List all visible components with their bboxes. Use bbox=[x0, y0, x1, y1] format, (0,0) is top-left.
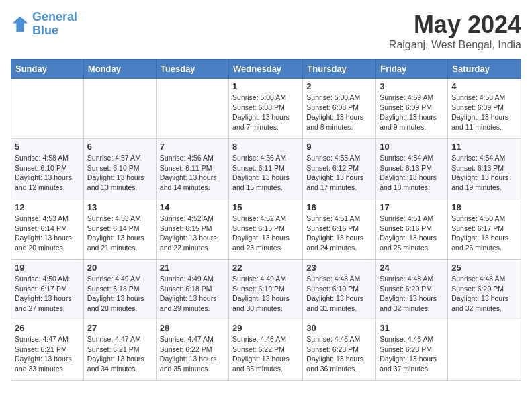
cell-content: Sunrise: 4:52 AM Sunset: 6:15 PM Dayligh… bbox=[160, 214, 225, 253]
day-number: 17 bbox=[380, 202, 444, 212]
calendar-cell: 10Sunrise: 4:54 AM Sunset: 6:13 PM Dayli… bbox=[376, 139, 448, 199]
cell-content: Sunrise: 4:49 AM Sunset: 6:18 PM Dayligh… bbox=[160, 274, 225, 314]
day-number: 16 bbox=[306, 202, 372, 212]
day-number: 9 bbox=[306, 142, 372, 152]
cell-content: Sunrise: 4:48 AM Sunset: 6:19 PM Dayligh… bbox=[306, 274, 372, 314]
calendar-cell: 31Sunrise: 4:46 AM Sunset: 6:23 PM Dayli… bbox=[376, 320, 448, 381]
cell-content: Sunrise: 5:00 AM Sunset: 6:08 PM Dayligh… bbox=[306, 93, 372, 132]
cell-content: Sunrise: 4:48 AM Sunset: 6:20 PM Dayligh… bbox=[451, 274, 517, 314]
day-number: 1 bbox=[232, 81, 299, 91]
cell-content: Sunrise: 4:47 AM Sunset: 6:21 PM Dayligh… bbox=[87, 334, 152, 374]
header-monday: Monday bbox=[83, 60, 156, 79]
day-number: 5 bbox=[15, 142, 80, 152]
day-number: 24 bbox=[380, 263, 444, 273]
calendar-cell: 7Sunrise: 4:56 AM Sunset: 6:11 PM Daylig… bbox=[156, 139, 228, 199]
cell-content: Sunrise: 5:00 AM Sunset: 6:08 PM Dayligh… bbox=[232, 93, 299, 132]
cell-content: Sunrise: 4:52 AM Sunset: 6:15 PM Dayligh… bbox=[232, 214, 299, 253]
day-number: 25 bbox=[451, 263, 517, 273]
cell-content: Sunrise: 4:59 AM Sunset: 6:09 PM Dayligh… bbox=[380, 93, 444, 132]
calendar-cell: 17Sunrise: 4:51 AM Sunset: 6:16 PM Dayli… bbox=[376, 199, 448, 260]
calendar-cell bbox=[156, 79, 228, 139]
cell-content: Sunrise: 4:50 AM Sunset: 6:17 PM Dayligh… bbox=[15, 274, 80, 314]
day-number: 13 bbox=[87, 202, 152, 212]
header-sunday: Sunday bbox=[11, 60, 84, 79]
calendar-cell: 15Sunrise: 4:52 AM Sunset: 6:15 PM Dayli… bbox=[229, 199, 303, 260]
calendar-cell: 21Sunrise: 4:49 AM Sunset: 6:18 PM Dayli… bbox=[156, 260, 228, 320]
calendar-cell bbox=[11, 79, 84, 139]
day-number: 27 bbox=[87, 323, 152, 333]
calendar-cell: 27Sunrise: 4:47 AM Sunset: 6:21 PM Dayli… bbox=[83, 320, 156, 381]
calendar-header-row: SundayMondayTuesdayWednesdayThursdayFrid… bbox=[11, 60, 521, 79]
header-thursday: Thursday bbox=[303, 60, 376, 79]
cell-content: Sunrise: 4:46 AM Sunset: 6:23 PM Dayligh… bbox=[380, 334, 444, 374]
day-number: 28 bbox=[160, 323, 225, 333]
calendar-table: SundayMondayTuesdayWednesdayThursdayFrid… bbox=[11, 59, 521, 381]
day-number: 10 bbox=[380, 142, 444, 152]
day-number: 30 bbox=[306, 323, 372, 333]
day-number: 14 bbox=[160, 202, 225, 212]
calendar-cell: 18Sunrise: 4:50 AM Sunset: 6:17 PM Dayli… bbox=[448, 199, 521, 260]
day-number: 19 bbox=[15, 263, 80, 273]
logo-text: General Blue bbox=[32, 11, 77, 38]
cell-content: Sunrise: 4:47 AM Sunset: 6:22 PM Dayligh… bbox=[160, 334, 225, 374]
calendar-cell: 9Sunrise: 4:55 AM Sunset: 6:12 PM Daylig… bbox=[303, 139, 376, 199]
cell-content: Sunrise: 4:57 AM Sunset: 6:10 PM Dayligh… bbox=[87, 153, 152, 193]
day-number: 15 bbox=[232, 202, 299, 212]
calendar-cell: 23Sunrise: 4:48 AM Sunset: 6:19 PM Dayli… bbox=[303, 260, 376, 320]
logo-icon bbox=[11, 15, 30, 34]
calendar-week-3: 12Sunrise: 4:53 AM Sunset: 6:14 PM Dayli… bbox=[11, 199, 521, 260]
calendar-cell bbox=[83, 79, 156, 139]
cell-content: Sunrise: 4:48 AM Sunset: 6:20 PM Dayligh… bbox=[380, 274, 444, 314]
calendar-cell: 25Sunrise: 4:48 AM Sunset: 6:20 PM Dayli… bbox=[448, 260, 521, 320]
calendar-cell: 16Sunrise: 4:51 AM Sunset: 6:16 PM Dayli… bbox=[303, 199, 376, 260]
cell-content: Sunrise: 4:56 AM Sunset: 6:11 PM Dayligh… bbox=[160, 153, 225, 193]
calendar-cell: 22Sunrise: 4:49 AM Sunset: 6:19 PM Dayli… bbox=[229, 260, 303, 320]
calendar-week-4: 19Sunrise: 4:50 AM Sunset: 6:17 PM Dayli… bbox=[11, 260, 521, 320]
day-number: 21 bbox=[160, 263, 225, 273]
calendar-cell: 20Sunrise: 4:49 AM Sunset: 6:18 PM Dayli… bbox=[83, 260, 156, 320]
day-number: 2 bbox=[306, 81, 372, 91]
cell-content: Sunrise: 4:47 AM Sunset: 6:21 PM Dayligh… bbox=[15, 334, 80, 374]
logo: General Blue bbox=[11, 11, 77, 38]
header-saturday: Saturday bbox=[448, 60, 521, 79]
cell-content: Sunrise: 4:54 AM Sunset: 6:13 PM Dayligh… bbox=[380, 153, 444, 193]
cell-content: Sunrise: 4:56 AM Sunset: 6:11 PM Dayligh… bbox=[232, 153, 299, 193]
calendar-cell: 11Sunrise: 4:54 AM Sunset: 6:13 PM Dayli… bbox=[448, 139, 521, 199]
calendar-cell: 19Sunrise: 4:50 AM Sunset: 6:17 PM Dayli… bbox=[11, 260, 84, 320]
header-friday: Friday bbox=[376, 60, 448, 79]
svg-marker-0 bbox=[13, 17, 28, 32]
calendar-cell: 12Sunrise: 4:53 AM Sunset: 6:14 PM Dayli… bbox=[11, 199, 84, 260]
day-number: 18 bbox=[451, 202, 517, 212]
calendar-cell: 5Sunrise: 4:58 AM Sunset: 6:10 PM Daylig… bbox=[11, 139, 84, 199]
cell-content: Sunrise: 4:54 AM Sunset: 6:13 PM Dayligh… bbox=[451, 153, 517, 193]
day-number: 3 bbox=[380, 81, 444, 91]
title-block: May 2024 Raiganj, West Bengal, India bbox=[389, 11, 521, 51]
cell-content: Sunrise: 4:55 AM Sunset: 6:12 PM Dayligh… bbox=[306, 153, 372, 193]
day-number: 4 bbox=[451, 81, 517, 91]
header-wednesday: Wednesday bbox=[229, 60, 303, 79]
calendar-cell: 29Sunrise: 4:46 AM Sunset: 6:22 PM Dayli… bbox=[229, 320, 303, 381]
header-tuesday: Tuesday bbox=[156, 60, 228, 79]
cell-content: Sunrise: 4:46 AM Sunset: 6:22 PM Dayligh… bbox=[232, 334, 299, 374]
calendar-cell: 14Sunrise: 4:52 AM Sunset: 6:15 PM Dayli… bbox=[156, 199, 228, 260]
cell-content: Sunrise: 4:51 AM Sunset: 6:16 PM Dayligh… bbox=[380, 214, 444, 253]
day-number: 31 bbox=[380, 323, 444, 333]
calendar-cell: 8Sunrise: 4:56 AM Sunset: 6:11 PM Daylig… bbox=[229, 139, 303, 199]
calendar-cell: 24Sunrise: 4:48 AM Sunset: 6:20 PM Dayli… bbox=[376, 260, 448, 320]
calendar-week-1: 1Sunrise: 5:00 AM Sunset: 6:08 PM Daylig… bbox=[11, 79, 521, 139]
calendar-cell: 30Sunrise: 4:46 AM Sunset: 6:23 PM Dayli… bbox=[303, 320, 376, 381]
day-number: 29 bbox=[232, 323, 299, 333]
calendar-cell: 6Sunrise: 4:57 AM Sunset: 6:10 PM Daylig… bbox=[83, 139, 156, 199]
cell-content: Sunrise: 4:49 AM Sunset: 6:18 PM Dayligh… bbox=[87, 274, 152, 314]
month-title: May 2024 bbox=[389, 11, 521, 39]
day-number: 11 bbox=[451, 142, 517, 152]
calendar-cell: 28Sunrise: 4:47 AM Sunset: 6:22 PM Dayli… bbox=[156, 320, 228, 381]
cell-content: Sunrise: 4:49 AM Sunset: 6:19 PM Dayligh… bbox=[232, 274, 299, 314]
cell-content: Sunrise: 4:51 AM Sunset: 6:16 PM Dayligh… bbox=[306, 214, 372, 253]
calendar-cell: 26Sunrise: 4:47 AM Sunset: 6:21 PM Dayli… bbox=[11, 320, 84, 381]
day-number: 26 bbox=[15, 323, 80, 333]
cell-content: Sunrise: 4:53 AM Sunset: 6:14 PM Dayligh… bbox=[87, 214, 152, 253]
page-header: General Blue May 2024 Raiganj, West Beng… bbox=[11, 11, 521, 51]
calendar-cell: 2Sunrise: 5:00 AM Sunset: 6:08 PM Daylig… bbox=[303, 79, 376, 139]
cell-content: Sunrise: 4:53 AM Sunset: 6:14 PM Dayligh… bbox=[15, 214, 80, 253]
